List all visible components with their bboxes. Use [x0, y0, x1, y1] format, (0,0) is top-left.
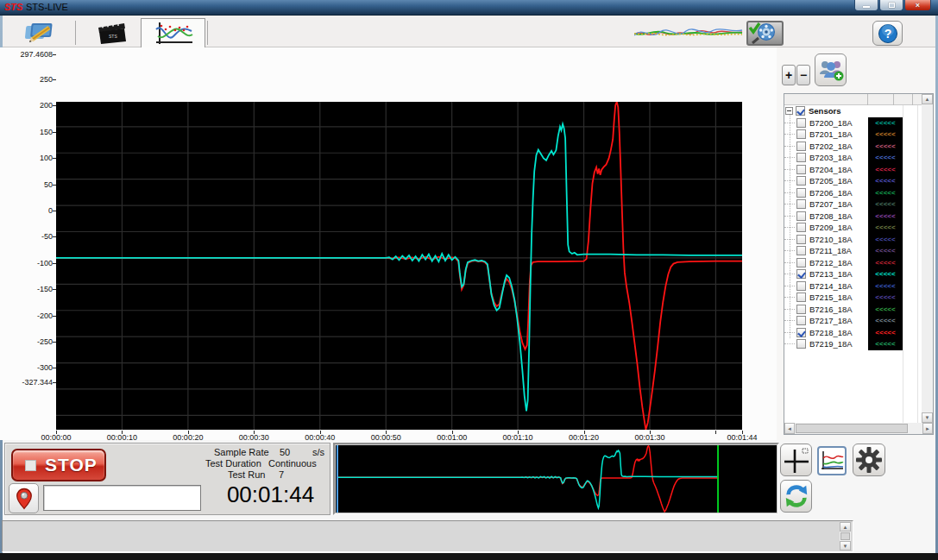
sensor-line-style[interactable]: <<<<<: [868, 327, 903, 339]
sensor-line-style[interactable]: <<<<<: [868, 164, 903, 176]
sensor-line-style[interactable]: <<<<<: [868, 152, 903, 164]
list-hscrollbar[interactable]: ◄ ►: [784, 423, 933, 434]
vscroll-thumb[interactable]: [840, 532, 850, 540]
sensor-checkbox[interactable]: [796, 316, 806, 325]
app-logo: STS: [4, 2, 22, 12]
scroll-right-icon[interactable]: ►: [922, 423, 933, 434]
sensor-row-B7219_18A[interactable]: B7219_18A<<<<<: [784, 338, 922, 350]
sensor-checkbox[interactable]: [796, 211, 806, 221]
x-tick-mark: [518, 431, 519, 434]
sensor-checkbox[interactable]: [796, 165, 806, 174]
scroll-left-icon[interactable]: ◄: [784, 423, 795, 434]
marker-pin-button[interactable]: [9, 483, 39, 513]
sensor-row-B7214_18A[interactable]: B7214_18A<<<<<: [784, 280, 922, 293]
sensor-row-B7218_18A[interactable]: B7218_18A<<<<<: [784, 327, 922, 339]
sensor-line-style[interactable]: <<<<<: [868, 175, 903, 187]
sensor-line-style[interactable]: <<<<<: [868, 222, 903, 234]
sensor-row-B7211_18A[interactable]: B7211_18A<<<<<: [784, 245, 922, 257]
sensor-checkbox[interactable]: [796, 258, 806, 267]
sensor-row-B7204_18A[interactable]: B7204_18A<<<<<: [784, 164, 922, 176]
sensor-checkbox[interactable]: [796, 153, 806, 162]
sensor-row-B7201_18A[interactable]: B7201_18A<<<<<: [784, 129, 922, 141]
settings-button[interactable]: [853, 444, 885, 476]
sensor-line-style[interactable]: <<<<<: [868, 304, 903, 316]
scroll-down-icon[interactable]: ▼: [922, 412, 933, 423]
y-tick-label: 200: [0, 101, 53, 110]
sensor-line-style[interactable]: <<<<<: [868, 315, 903, 327]
sensor-checkbox[interactable]: [796, 176, 806, 186]
stop-button[interactable]: STOP: [11, 449, 106, 481]
sensor-line-style[interactable]: <<<<<: [868, 280, 903, 293]
sensor-line-style[interactable]: <<<<<: [868, 338, 903, 350]
minimize-button[interactable]: [854, 0, 878, 11]
sensor-checkbox[interactable]: [796, 118, 806, 128]
add-sensor-button[interactable]: +: [782, 65, 796, 85]
scroll-up-icon[interactable]: ▲: [922, 94, 933, 104]
collapse-icon[interactable]: [785, 107, 793, 115]
sensor-row-B7200_18A[interactable]: B7200_18A<<<<<: [784, 117, 922, 129]
add-group-button[interactable]: [815, 53, 847, 86]
sensor-line-style[interactable]: <<<<<: [868, 117, 903, 129]
sensor-row-B7215_18A[interactable]: B7215_18A<<<<<: [784, 292, 922, 304]
sensor-row-B7217_18A[interactable]: B7217_18A<<<<<: [784, 315, 922, 327]
sensor-row-B7208_18A[interactable]: B7208_18A<<<<<: [784, 211, 922, 223]
graph-view-button[interactable]: [817, 446, 847, 475]
tab-setup[interactable]: [9, 18, 73, 47]
sensor-line-style[interactable]: <<<<<: [868, 129, 903, 141]
marker-note-input[interactable]: [43, 485, 201, 511]
sensor-row-B7210_18A[interactable]: B7210_18A<<<<<: [784, 234, 922, 246]
sensor-checkbox[interactable]: [796, 293, 806, 302]
sensor-line-style[interactable]: <<<<<: [868, 198, 903, 211]
sensor-row-B7207_18A[interactable]: B7207_18A<<<<<: [784, 198, 922, 211]
sensor-checkbox[interactable]: [796, 281, 806, 291]
sensor-line-style[interactable]: <<<<<: [868, 268, 903, 280]
sensor-row-B7206_18A[interactable]: B7206_18A<<<<<: [784, 187, 922, 199]
list-vscrollbar[interactable]: ▲ ▼: [922, 94, 933, 423]
sensor-checkbox[interactable]: [796, 142, 806, 151]
scroll-down-icon[interactable]: ▼: [840, 541, 851, 551]
sensor-checkbox[interactable]: [796, 339, 806, 349]
sensor-row-B7216_18A[interactable]: B7216_18A<<<<<: [784, 304, 922, 316]
sensor-row-B7202_18A[interactable]: B7202_18A<<<<<: [784, 141, 922, 153]
sensor-line-style[interactable]: <<<<<: [868, 234, 903, 246]
sensor-checkbox[interactable]: [796, 106, 805, 116]
sensor-checkbox[interactable]: [796, 199, 806, 209]
sensor-list[interactable]: SensorsB7200_18A<<<<<B7201_18A<<<<<B7202…: [784, 93, 934, 435]
scroll-up-icon[interactable]: ▲: [840, 522, 851, 532]
sensor-root-row[interactable]: Sensors: [784, 105, 922, 117]
sensor-row-B7213_18A[interactable]: B7213_18A<<<<<: [784, 268, 922, 280]
refresh-button[interactable]: [780, 480, 812, 513]
sensor-checkbox[interactable]: [796, 129, 806, 139]
sensor-checkbox[interactable]: [796, 235, 806, 244]
tab-graphs[interactable]: [141, 18, 205, 48]
sensor-checkbox[interactable]: [796, 269, 806, 279]
remove-sensor-button[interactable]: −: [796, 65, 810, 85]
help-button[interactable]: ?: [872, 21, 903, 46]
sensor-line-style[interactable]: <<<<<: [868, 245, 903, 257]
hscroll-thumb[interactable]: [796, 424, 908, 433]
sensor-line-style[interactable]: <<<<<: [868, 141, 903, 153]
sensor-checkbox[interactable]: [796, 188, 806, 198]
sensor-checkbox[interactable]: [796, 305, 806, 314]
sensor-row-B7212_18A[interactable]: B7212_18A<<<<<: [784, 257, 922, 269]
maximize-button[interactable]: [879, 0, 903, 11]
review-movie-button[interactable]: [746, 21, 784, 46]
tab-test[interactable]: STS: [79, 18, 143, 47]
sensor-line-style[interactable]: <<<<<: [868, 211, 903, 223]
sensor-line-style[interactable]: <<<<<: [868, 187, 903, 199]
sensor-row-B7205_18A[interactable]: B7205_18A<<<<<: [784, 175, 922, 187]
overview-chart[interactable]: [336, 445, 777, 513]
sensor-checkbox[interactable]: [796, 328, 806, 337]
main-chart[interactable]: [56, 102, 742, 430]
sensor-line-style[interactable]: <<<<<: [868, 257, 903, 269]
sensor-checkbox[interactable]: [796, 246, 806, 255]
sensor-checkbox[interactable]: [796, 223, 806, 232]
message-log-box[interactable]: ▲ ▼: [2, 520, 853, 552]
sensor-row-B7209_18A[interactable]: B7209_18A<<<<<: [784, 222, 922, 234]
cursor-tool-button[interactable]: [780, 444, 812, 476]
log-vscrollbar[interactable]: ▲ ▼: [840, 522, 851, 551]
close-button[interactable]: ×: [904, 0, 931, 11]
sensor-row-B7203_18A[interactable]: B7203_18A<<<<<: [784, 152, 922, 164]
sensor-line-style[interactable]: <<<<<: [868, 292, 903, 304]
title-bar[interactable]: STS STS-LIVE ×: [0, 0, 938, 16]
